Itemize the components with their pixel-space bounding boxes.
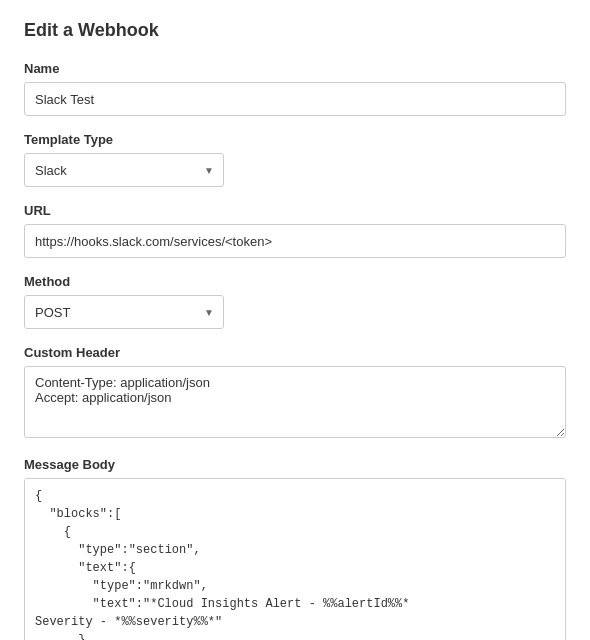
url-field-group: URL (24, 203, 566, 258)
url-input[interactable] (24, 224, 566, 258)
method-select-wrapper: POST GET PUT ▼ (24, 295, 224, 329)
message-body-label: Message Body (24, 457, 566, 472)
custom-header-label: Custom Header (24, 345, 566, 360)
method-select[interactable]: POST GET PUT (24, 295, 224, 329)
page-title: Edit a Webhook (24, 20, 566, 41)
template-type-field-group: Template Type Slack Generic PagerDuty ▼ (24, 132, 566, 187)
method-field-group: Method POST GET PUT ▼ (24, 274, 566, 329)
message-body-textarea[interactable]: { "blocks":[ { "type":"section", "text":… (24, 478, 566, 640)
message-body-field-group: Message Body { "blocks":[ { "type":"sect… (24, 457, 566, 640)
custom-header-textarea[interactable]: Content-Type: application/json Accept: a… (24, 366, 566, 438)
method-label: Method (24, 274, 566, 289)
template-type-select[interactable]: Slack Generic PagerDuty (24, 153, 224, 187)
custom-header-field-group: Custom Header Content-Type: application/… (24, 345, 566, 441)
template-type-select-wrapper: Slack Generic PagerDuty ▼ (24, 153, 224, 187)
name-input[interactable] (24, 82, 566, 116)
name-field-group: Name (24, 61, 566, 116)
url-label: URL (24, 203, 566, 218)
name-label: Name (24, 61, 566, 76)
template-type-label: Template Type (24, 132, 566, 147)
